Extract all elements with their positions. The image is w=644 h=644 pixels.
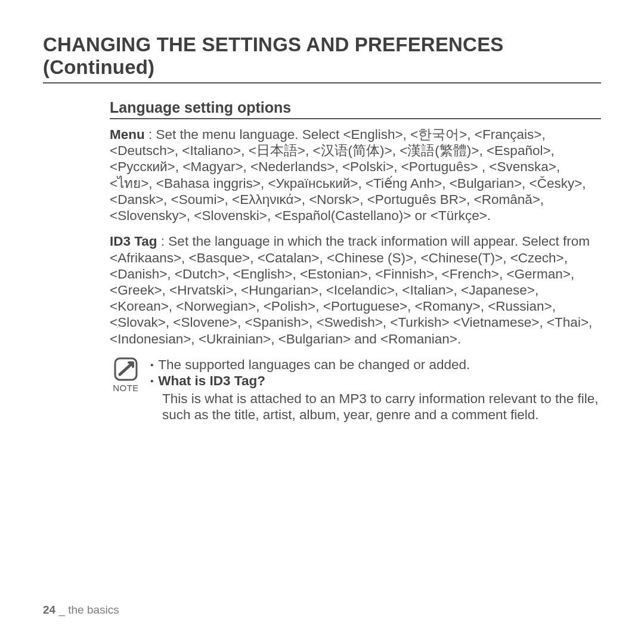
menu-paragraph: Menu : Set the menu language. Select <En…	[110, 126, 601, 224]
note-body: ▪ The supported languages can be changed…	[150, 357, 601, 423]
id3-text: : Set the language in which the track in…	[110, 234, 592, 346]
note-bullet-2: ▪ What is ID3 Tag?	[150, 373, 601, 389]
note-block: NOTE ▪ The supported languages can be ch…	[110, 357, 601, 423]
manual-page: CHANGING THE SETTINGS AND PREFERENCES (C…	[0, 0, 644, 644]
bullet-icon: ▪	[150, 373, 153, 389]
section-heading: Language setting options	[110, 99, 601, 119]
footer-separator: _	[55, 603, 68, 616]
id3-paragraph: ID3 Tag : Set the language in which the …	[110, 233, 601, 347]
note-explanation: This is what is attached to an MP3 to ca…	[150, 391, 601, 423]
bullet-icon: ▪	[150, 357, 153, 373]
page-content: Language setting options Menu : Set the …	[43, 99, 601, 423]
note-label-column: NOTE	[110, 357, 142, 393]
menu-label: Menu	[110, 127, 145, 142]
note-line-1: The supported languages can be changed o…	[158, 357, 470, 373]
id3-label: ID3 Tag	[110, 234, 157, 249]
page-title: CHANGING THE SETTINGS AND PREFERENCES (C…	[43, 33, 601, 83]
note-bullet-1: ▪ The supported languages can be changed…	[150, 357, 601, 373]
footer-section: the basics	[68, 603, 119, 616]
menu-text: : Set the menu language. Select <English…	[110, 127, 586, 223]
svg-line-1	[120, 364, 132, 374]
note-icon	[113, 357, 138, 382]
page-footer: 24 _ the basics	[43, 603, 119, 617]
page-number: 24	[43, 603, 55, 616]
note-label: NOTE	[110, 383, 142, 393]
note-question: What is ID3 Tag?	[158, 373, 265, 389]
